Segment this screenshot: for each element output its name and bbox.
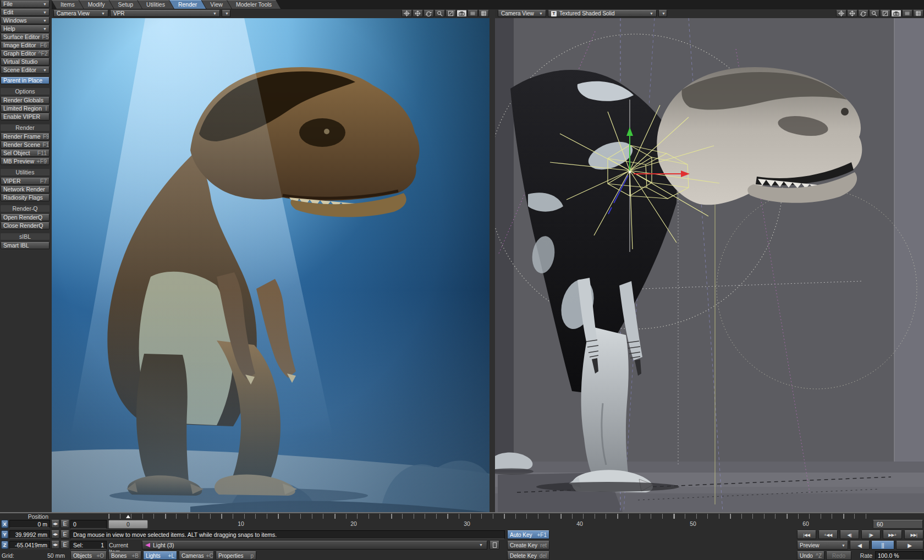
rotate-view-icon[interactable] [858, 10, 868, 17]
position-z-field[interactable]: -65.0419mm [9, 541, 50, 549]
rate-field[interactable]: 100.0 % [875, 551, 923, 560]
camera-view-toggle-icon[interactable] [457, 10, 467, 17]
y-envelope-button[interactable]: E [61, 530, 69, 539]
scene-editor-button[interactable]: Scene Editor▼ [1, 67, 50, 74]
pause-button[interactable]: || [871, 541, 894, 550]
center-item-icon[interactable] [402, 10, 412, 17]
virtual-studio-button[interactable]: Virtual Studio [1, 58, 50, 65]
center-item-icon[interactable] [836, 10, 846, 17]
edit-objects-button[interactable]: Objects+O [70, 551, 107, 560]
tab-view[interactable]: View [201, 0, 232, 9]
zoom-view-icon[interactable] [435, 10, 445, 17]
texture-mode-icon: T [551, 11, 557, 17]
rotate-view-icon[interactable] [424, 10, 434, 17]
shortcut: ret [538, 542, 547, 548]
z-envelope-button[interactable]: E [61, 541, 69, 549]
sel-object-button[interactable]: Sel ObjectF11 [1, 150, 50, 157]
image-editor-button[interactable]: Image EditorF6 [1, 42, 50, 49]
current-item-value: Light (3) [153, 542, 174, 548]
radiosity-flags-button[interactable]: Radiosity Flags [1, 194, 50, 201]
chevron-down-icon: ▼ [41, 1, 47, 7]
render-scene-button[interactable]: Render SceneF10 [1, 141, 50, 149]
axis-y-button[interactable]: Y [1, 530, 8, 539]
fit-view-icon[interactable] [446, 10, 456, 17]
right-view-type-dropdown[interactable]: Camera View▼ [498, 10, 546, 17]
delete-key-button[interactable]: Delete Keydel [507, 551, 549, 560]
timeline-slider-handle[interactable]: 0 [108, 520, 148, 529]
menu-edit[interactable]: Edit▼ [1, 9, 50, 16]
zoom-view-icon[interactable] [869, 10, 879, 17]
close-renderq-button[interactable]: Close RenderQ [1, 222, 50, 229]
mb-preview-button[interactable]: MB Preview+F9 [1, 158, 50, 165]
item-list-panel-button[interactable] [490, 541, 499, 550]
smart-ibl-button[interactable]: Smart IBL [1, 242, 50, 249]
auto-key-button[interactable]: Auto Key+F1 [507, 530, 549, 539]
right-viewport-canvas[interactable] [495, 18, 924, 512]
menu-help[interactable]: Help▼ [1, 25, 50, 32]
edit-lights-button[interactable]: Lights+L [143, 551, 177, 560]
menu-windows[interactable]: Windows▼ [1, 17, 50, 24]
end-frame-field[interactable]: 60 [873, 520, 923, 529]
graph-editor-button[interactable]: Graph Editor^F2 [1, 50, 50, 57]
properties-button[interactable]: Propertiesp [216, 551, 256, 560]
axis-z-button[interactable]: Z [1, 541, 8, 549]
move-view-icon[interactable] [413, 10, 423, 17]
viper-button[interactable]: VIPERF7 [1, 178, 50, 185]
redo-button[interactable]: Redo [826, 551, 851, 560]
timeline-ruler[interactable] [108, 514, 871, 519]
prev-frame-button[interactable]: ◀|| [840, 530, 859, 539]
tab-items[interactable]: Items [52, 0, 84, 9]
tab-modify[interactable]: Modify [79, 0, 114, 9]
open-renderq-button[interactable]: Open RenderQ [1, 214, 50, 221]
right-viewport-options-dropdown[interactable]: ▼ [658, 10, 667, 17]
current-frame-field[interactable]: 0 [70, 520, 107, 529]
left-viewport-canvas[interactable] [52, 18, 490, 512]
go-last-frame-button[interactable]: ▶▶| [904, 530, 923, 539]
x-envelope-button[interactable]: E [61, 520, 69, 528]
tab-setup[interactable]: Setup [109, 0, 142, 9]
tab-render[interactable]: Render [169, 0, 206, 9]
left-render-mode-dropdown[interactable]: VPR▼ [110, 10, 220, 17]
go-first-frame-button[interactable]: |◀◀ [797, 530, 816, 539]
right-render-mode-dropdown[interactable]: T Textured Shaded Solid▼ [548, 10, 657, 17]
network-render-button[interactable]: Network Render [1, 186, 50, 193]
menu-file[interactable]: File▼ [1, 1, 50, 8]
render-globals-button[interactable]: Render Globals [1, 97, 50, 104]
x-stepper[interactable]: ◀▶ [51, 520, 59, 528]
current-item-dropdown[interactable]: Light (3) [142, 541, 487, 550]
move-view-icon[interactable] [847, 10, 857, 17]
left-view-type-dropdown[interactable]: Camera View▼ [53, 10, 108, 17]
tab-modeler-tools[interactable]: Modeler Tools [227, 0, 280, 9]
edit-bones-button[interactable]: Bones+B [108, 551, 141, 560]
fit-view-icon[interactable] [880, 10, 890, 17]
viewport-menu-icon[interactable] [468, 10, 478, 17]
chevron-down-icon[interactable]: ▼ [477, 543, 483, 547]
tab-utilities[interactable]: Utilities [138, 0, 174, 9]
viewport-menu-icon[interactable] [902, 10, 912, 17]
play-forward-button[interactable]: ▶ [896, 541, 923, 550]
prev-key-button[interactable]: +◀◀ [818, 530, 838, 539]
render-frame-button[interactable]: Render FrameF9 [1, 133, 50, 140]
next-frame-button[interactable]: ||▶ [861, 530, 881, 539]
position-x-field[interactable]: 0 m [9, 520, 50, 528]
chevron-down-icon: ▼ [223, 12, 229, 15]
left-viewport-options-dropdown[interactable]: ▼ [222, 10, 230, 17]
shortcut: del [537, 553, 547, 559]
surface-editor-button[interactable]: Surface EditorF5 [1, 34, 50, 41]
record-view-icon[interactable] [913, 10, 923, 17]
record-view-icon[interactable] [479, 10, 489, 17]
next-key-button[interactable]: ▶▶+ [883, 530, 902, 539]
camera-view-toggle-icon[interactable] [891, 10, 901, 17]
position-y-field[interactable]: 39.9992 mm [9, 530, 50, 539]
edit-cameras-button[interactable]: Cameras+C [179, 551, 214, 560]
preview-dropdown[interactable]: Preview▼ [797, 541, 848, 550]
undo-button[interactable]: Undo^Z [797, 551, 824, 560]
limited-region-button[interactable]: Limited Regionl [1, 105, 50, 112]
create-key-button[interactable]: Create Keyret [507, 541, 549, 550]
enable-viper-button[interactable]: Enable VIPER [1, 113, 50, 120]
z-stepper[interactable]: ◀▶ [51, 541, 59, 549]
parent-in-place-button[interactable]: Parent in Place [1, 77, 50, 84]
y-stepper[interactable]: ◀▶ [51, 530, 59, 539]
axis-x-button[interactable]: X [1, 520, 8, 528]
play-reverse-button[interactable]: ◀ [850, 541, 870, 550]
